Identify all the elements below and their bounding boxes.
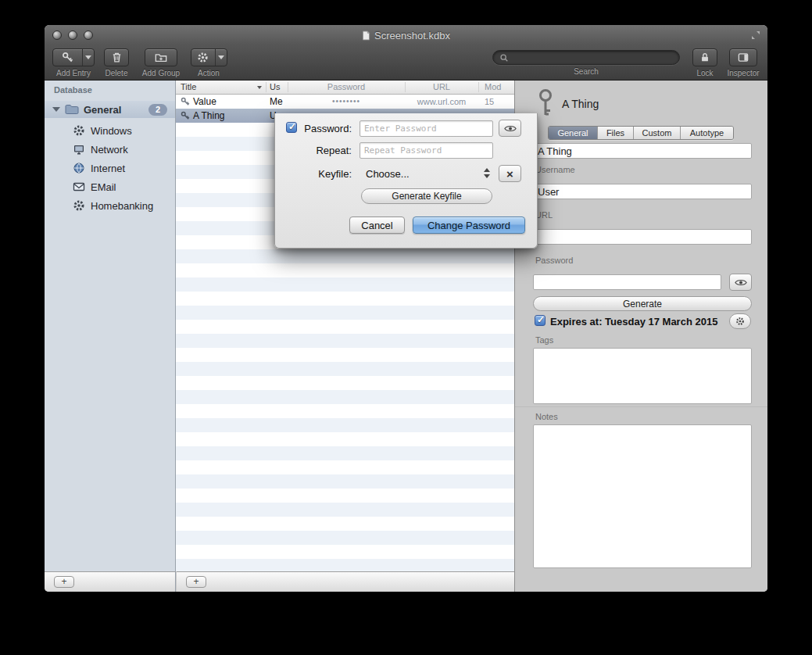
sidebar-item-email[interactable]: EMail [45,177,175,196]
group-count-badge: 2 [148,104,167,116]
keyfile-stepper-icon[interactable] [484,168,490,178]
lock-button[interactable] [692,48,717,66]
entry-title: Value [193,95,216,109]
add-group-button[interactable] [145,48,177,66]
document-proxy-icon[interactable] [362,30,370,41]
username-label: Username [535,165,575,174]
add-entry-button[interactable] [52,48,95,66]
notes-input[interactable] [533,424,752,568]
inspector-tabs: General Files Custom Autotype [548,126,734,140]
eye-icon [504,124,517,133]
sidebar-footer: + [45,571,176,592]
tab-general[interactable]: General [549,127,597,139]
action-button[interactable] [191,48,227,66]
username-field[interactable] [533,184,752,199]
password-field[interactable] [533,274,721,290]
lock-icon [699,52,710,63]
titlebar[interactable]: Screenshot.kdbx [45,25,767,45]
password-label: Password [535,256,573,265]
column-header-modified[interactable]: Mod [485,81,501,94]
dialog-password-input[interactable] [359,120,493,137]
sidebar-item-homebanking[interactable]: Homebanking [45,196,175,215]
sidebar-item-label: Network [91,144,128,156]
lock-label: Lock [696,69,713,77]
folder-icon [65,104,79,115]
gear-icon [73,124,85,137]
inspector-panel-icon [737,52,749,63]
tab-custom[interactable]: Custom [633,127,680,139]
change-password-button[interactable]: Change Password [413,217,525,234]
inspector-panel: A Thing General Files Custom Autotype Us… [514,81,767,592]
entry-row[interactable]: Value Me •••••••• www.url.com 15 [176,95,514,109]
column-header-url[interactable]: URL [405,81,478,94]
window-title: Screenshot.kdbx [374,30,450,41]
column-divider[interactable] [266,82,266,92]
entry-list-header: Title Us Password URL Mod [176,81,514,95]
keyfile-popup-value[interactable]: Choose... [366,166,410,182]
key-icon [181,97,190,106]
lock-toolbar-item: Lock [690,48,720,77]
chevron-down-icon[interactable] [215,49,227,66]
sidebar-group-general[interactable]: General 2 [45,101,175,118]
column-header-password[interactable]: Password [288,81,405,94]
sidebar: Database General 2 Windows Network [45,81,176,571]
keyfile-clear-button[interactable] [499,165,521,182]
chevron-down-icon[interactable] [82,49,94,66]
inspector-button[interactable] [729,48,757,66]
delete-label: Delete [106,69,128,77]
dialog-keyfile-label: Keyfile: [297,166,352,182]
tags-input[interactable] [533,348,752,404]
window-controls [52,30,93,40]
reveal-password-button[interactable] [729,274,752,291]
column-header-title[interactable]: Title [181,81,196,94]
column-header-username[interactable]: Us [270,81,280,94]
search-icon [499,53,509,63]
search-field[interactable] [492,50,680,65]
close-button[interactable] [52,30,62,40]
minimize-button[interactable] [68,30,77,40]
column-divider[interactable] [478,82,479,92]
app-window: Screenshot.kdbx Add Entry [45,25,767,592]
generate-password-button[interactable]: Generate [533,296,752,311]
sidebar-item-windows[interactable]: Windows [45,121,175,140]
gear-icon [73,199,85,212]
dialog-password-label: Password: [297,120,352,137]
disclosure-triangle-icon[interactable] [52,107,60,112]
title-field[interactable] [533,143,752,159]
fullscreen-icon[interactable] [750,30,761,44]
cancel-button[interactable]: Cancel [349,217,405,234]
add-entry-footer-button[interactable]: + [186,576,206,588]
key-icon [181,111,190,120]
gear-icon [735,317,745,326]
sidebar-item-internet[interactable]: Internet [45,159,175,177]
url-label: URL [535,210,553,220]
dialog-repeat-input[interactable] [359,142,493,159]
sidebar-item-label: EMail [91,181,116,193]
add-group-footer-button[interactable]: + [54,576,74,588]
search-input[interactable] [513,52,673,63]
delete-toolbar-item: Delete [101,48,132,77]
action-label: Action [198,69,220,77]
globe-icon [73,162,85,174]
tab-files[interactable]: Files [597,127,633,139]
tab-autotype[interactable]: Autotype [680,127,733,139]
add-group-label: Add Group [142,69,180,77]
expires-options-button[interactable] [729,313,751,329]
expires-checkbox[interactable] [535,315,546,326]
mail-icon [73,181,85,193]
search-label: Search [574,67,599,76]
zoom-button[interactable] [84,30,93,40]
dialog-reveal-password-button[interactable] [499,120,521,137]
tags-label: Tags [535,335,553,345]
delete-button[interactable] [104,48,129,66]
sidebar-item-network[interactable]: Network [45,140,175,159]
password-checkbox[interactable] [286,122,297,133]
generate-keyfile-button[interactable]: Generate Keyfile [361,188,492,204]
url-field[interactable] [533,229,752,245]
inspector-separator [515,406,767,407]
inspector-toolbar-item: Inspector [721,48,765,77]
key-icon [53,49,82,66]
entry-password: •••••••• [288,95,405,109]
title-group: Screenshot.kdbx [45,25,767,45]
entry-modified: 15 [485,95,494,109]
